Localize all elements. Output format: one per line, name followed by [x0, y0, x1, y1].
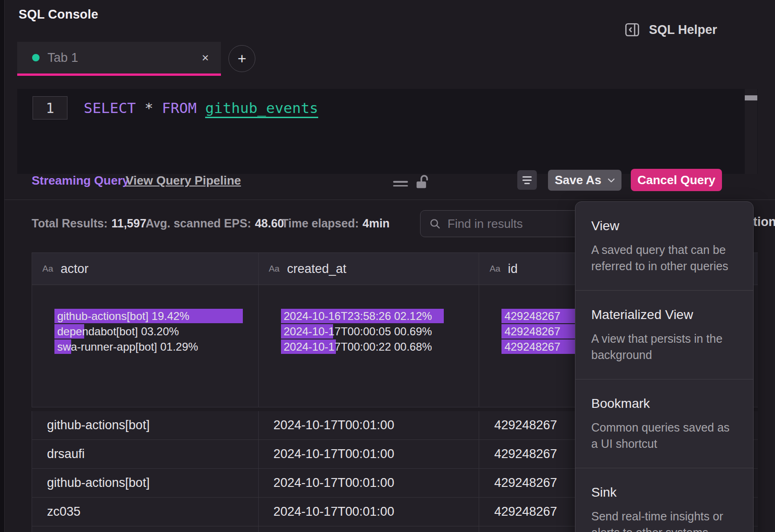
panel-collapse-icon — [624, 21, 641, 38]
left-edge-strip — [0, 0, 5, 532]
menu-item-view[interactable]: View A saved query that can be referred … — [575, 202, 753, 290]
histogram-bar: swa-runner-app[bot] 01.29% — [54, 339, 255, 354]
summary-cell-actor: github-actions[bot] 19.42% dependabot[bo… — [32, 285, 259, 407]
histogram-bar: 2024-10-17T00:00:22 00.68% — [281, 339, 476, 354]
string-type-icon: Aa — [42, 264, 53, 274]
sql-keyword-from: FROM — [162, 100, 197, 116]
time-elapsed-stat: Time elapsed:4min — [281, 217, 390, 230]
sql-console-page: SQL Console SQL Helper Tab 1 × + 1 SELEC… — [0, 0, 775, 532]
save-as-dropdown-menu: View A saved query that can be referred … — [575, 201, 754, 532]
search-icon — [429, 218, 441, 230]
sql-helper-toggle[interactable]: SQL Helper — [624, 20, 717, 39]
view-query-pipeline-link[interactable]: View Query Pipeline — [126, 173, 241, 188]
sql-star: * — [145, 100, 154, 116]
active-tab-indicator — [17, 73, 221, 76]
histogram-bar: 2024-10-16T23:58:26 02.12% — [281, 308, 476, 324]
cell-actor[interactable]: github-actions[bot] — [32, 469, 259, 497]
compare-lines-icon[interactable] — [393, 181, 408, 187]
time-elapsed-value: 4min — [362, 217, 389, 230]
cell-actor[interactable]: zc035 — [32, 498, 259, 526]
cell-created-at[interactable]: 2024-10-17T00:01:00 — [259, 411, 480, 439]
cell-actor[interactable]: drsaufi — [32, 440, 259, 468]
total-results-stat: Total Results:11,597 — [32, 217, 147, 230]
code-line[interactable]: SELECT * FROM github_events — [84, 96, 318, 120]
cancel-query-button[interactable]: Cancel Query — [631, 169, 722, 191]
cell-created-at[interactable]: 2024-10-17T00:01:00 — [259, 440, 480, 468]
sql-helper-label: SQL Helper — [649, 23, 717, 37]
cell-created-at[interactable]: 2024-10-17T00:01:00 — [259, 498, 480, 526]
tab-status-dot — [32, 54, 40, 61]
column-header-actor[interactable]: Aa actor — [32, 253, 259, 285]
histogram-bar: github-actions[bot] 19.42% — [54, 308, 255, 324]
section-divider — [5, 200, 775, 200]
tab-label: Tab 1 — [47, 51, 78, 65]
unlocked-padlock-icon[interactable] — [412, 173, 430, 191]
find-in-results-search[interactable] — [420, 210, 582, 237]
tab-1[interactable]: Tab 1 × — [17, 42, 221, 73]
column-header-created-at[interactable]: Aa created_at — [259, 253, 480, 285]
string-type-icon: Aa — [269, 264, 280, 274]
cell-created-at[interactable]: 2024-10-17T00:01:00 — [259, 469, 480, 497]
menu-item-materialized-view[interactable]: Materialized View A view that persists i… — [575, 290, 753, 379]
histogram-bar: 2024-10-17T00:00:05 00.69% — [281, 324, 476, 339]
add-tab-button[interactable]: + — [228, 45, 255, 72]
partially-hidden-tab-label[interactable]: tion — [753, 215, 775, 229]
sql-table-reference[interactable]: github_events — [205, 100, 318, 118]
menu-item-sink[interactable]: Sink Send real-time insights or alerts t… — [575, 468, 753, 532]
summary-cell-created-at: 2024-10-16T23:58:26 02.12% 2024-10-17T00… — [259, 285, 480, 407]
format-sql-button[interactable] — [517, 170, 537, 190]
save-as-button[interactable]: Save As — [548, 170, 621, 191]
editor-scrollbar-track[interactable] — [745, 89, 757, 174]
streaming-query-link[interactable]: Streaming Query — [32, 173, 129, 188]
string-type-icon: Aa — [489, 264, 500, 274]
editor-scrollbar-thumb[interactable] — [745, 95, 757, 100]
menu-item-bookmark[interactable]: Bookmark Common queries saved as a UI sh… — [575, 379, 753, 468]
sql-editor[interactable]: 1 SELECT * FROM github_events — [17, 89, 758, 174]
page-title: SQL Console — [19, 7, 98, 22]
tab-close-icon[interactable]: × — [202, 52, 209, 64]
cell-actor[interactable]: github-actions[bot] — [32, 411, 259, 439]
avg-eps-value: 48.60 — [255, 217, 284, 230]
total-results-value: 11,597 — [111, 217, 146, 230]
line-number: 1 — [33, 96, 67, 120]
avg-eps-stat: Avg. scanned EPS:48.60 — [146, 217, 284, 230]
sql-keyword-select: SELECT — [84, 100, 136, 116]
chevron-down-icon — [608, 178, 615, 183]
histogram-bar: dependabot[bot] 03.20% — [54, 324, 255, 339]
save-as-label: Save As — [555, 173, 601, 187]
cancel-query-label: Cancel Query — [637, 173, 715, 187]
